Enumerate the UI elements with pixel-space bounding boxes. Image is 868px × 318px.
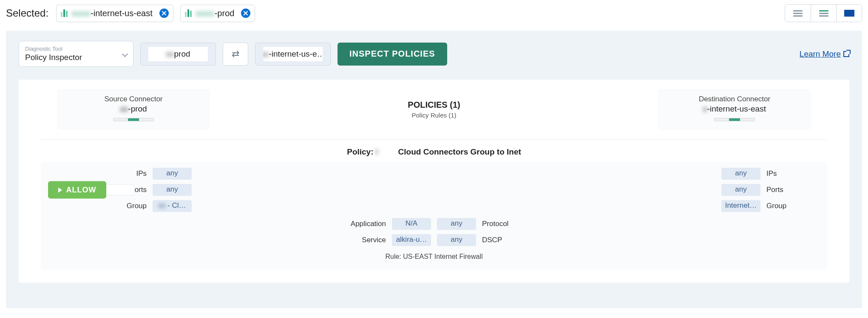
app-label: Application [335, 220, 386, 228]
app-value: N/A [392, 218, 431, 230]
left-group-value: xx - Cl… [153, 200, 192, 212]
right-ports-value: any [721, 184, 760, 196]
right-ips-value: any [721, 168, 760, 180]
view-card-button[interactable] [836, 5, 862, 22]
right-group-label: Group [766, 202, 815, 210]
arrow-right-icon [58, 187, 62, 192]
summary-row: Source Connector xx-prod POLICIES (1) Po… [19, 86, 849, 130]
close-icon[interactable] [159, 9, 169, 18]
diagnostic-tool-select[interactable]: Diagnostic Tool Policy Inspector [19, 41, 133, 67]
right-group-value: Internet… [721, 200, 760, 212]
external-link-icon [843, 51, 849, 57]
usage-bar [113, 118, 154, 121]
inspector-stage: Diagnostic Tool Policy Inspector xxprod … [6, 31, 862, 308]
dscp-value: any [437, 234, 476, 246]
rule-footer: Rule: US-EAST Internet Firewall [53, 253, 815, 261]
left-ips-label: IPs [108, 169, 147, 178]
bars-icon [61, 9, 68, 17]
inspect-policies-button[interactable]: INSPECT POLICIES [338, 43, 447, 66]
dscp-label: DSCP [482, 236, 533, 244]
source-connector-select[interactable]: xxprod [140, 43, 216, 66]
divider [41, 139, 827, 140]
rule-meta: Application N/A any Protocol Service alk… [53, 218, 815, 246]
allow-badge: ALLOW [48, 181, 107, 199]
card-icon [844, 10, 854, 17]
left-ips-value: any [153, 168, 192, 180]
rule-block: IPs any ALLOW any IPs Ports any [41, 162, 827, 270]
result-panel: Source Connector xx-prod POLICIES (1) Po… [19, 80, 849, 283]
destination-connector-select[interactable]: xx-internet-us-e… [255, 43, 331, 66]
diagnostic-value: Policy Inspector [25, 53, 116, 62]
proto-value: any [437, 218, 476, 230]
right-ips-label: IPs [766, 169, 815, 178]
left-group-label: Group [108, 202, 147, 210]
policies-summary: POLICIES (1) Policy Rules (1) [210, 100, 658, 119]
policy-title: Policy: I Cloud Connectors Group to Inet [19, 147, 849, 157]
svc-value: alkira-u… [392, 234, 431, 246]
selected-chip-prod[interactable]: xxxx-prod [180, 5, 255, 22]
proto-label: Protocol [482, 220, 533, 228]
svc-label: Service [335, 236, 386, 244]
close-icon[interactable] [241, 9, 250, 18]
source-summary: Source Connector xx-prod [57, 89, 210, 130]
left-ports-value: any [153, 184, 192, 196]
swap-button[interactable]: ⇄ [223, 43, 248, 66]
inspector-toolbar: Diagnostic Tool Policy Inspector xxprod … [19, 41, 849, 67]
view-list-button[interactable] [785, 5, 811, 22]
selected-label: Selected: [6, 7, 49, 19]
destination-summary: Destination Connector x-internet-us-east [658, 89, 811, 130]
view-toggle [785, 4, 862, 22]
usage-bar [714, 118, 755, 121]
view-list-accent-button[interactable] [811, 5, 836, 22]
selected-chip-internet[interactable]: xxxx-internet-us-east [56, 5, 173, 22]
swap-icon: ⇄ [232, 49, 239, 60]
bars-icon [185, 9, 192, 17]
chevron-down-icon [122, 51, 128, 57]
flow-line: ALLOW [53, 171, 102, 209]
top-bar: Selected: xxxx-internet-us-east xxxx-pro… [0, 0, 868, 26]
learn-more-link[interactable]: Learn More [800, 49, 849, 59]
diagnostic-label: Diagnostic Tool [25, 46, 116, 52]
right-ports-label: Ports [766, 186, 815, 194]
